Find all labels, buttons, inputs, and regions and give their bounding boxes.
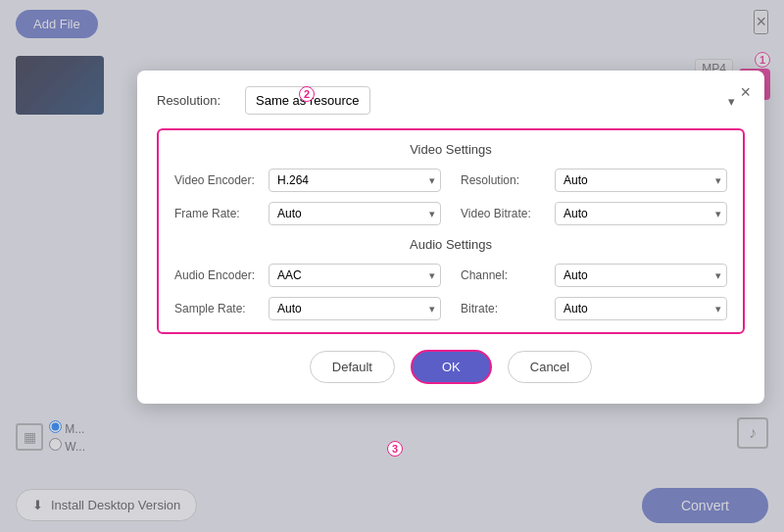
audio-encoder-select-wrapper: AAC MP3 AC3 xyxy=(269,264,441,287)
audio-bitrate-row: Bitrate: Auto 128k 192k 320k xyxy=(461,297,727,320)
resolution-select-wrapper: Same as resource 720p 1080p 480p xyxy=(245,86,745,115)
modal-action-buttons: Default OK Cancel xyxy=(157,350,745,384)
video-encoder-select-wrapper: H.264 H.265 MPEG-4 xyxy=(269,169,441,192)
audio-settings-grid: Audio Encoder: AAC MP3 AC3 Channel: xyxy=(174,264,727,320)
video-bitrate-select-wrapper: Auto 1000k 2000k xyxy=(555,202,727,225)
default-button[interactable]: Default xyxy=(310,351,395,383)
channel-select[interactable]: Auto Mono Stereo xyxy=(555,264,727,287)
channel-select-wrapper: Auto Mono Stereo xyxy=(555,264,727,287)
frame-rate-select-wrapper: Auto 24fps 30fps 60fps xyxy=(269,202,441,225)
channel-row: Channel: Auto Mono Stereo xyxy=(461,264,727,287)
settings-modal: × Resolution: Same as resource 720p 1080… xyxy=(137,71,764,404)
main-resolution-row: Resolution: Same as resource 720p 1080p … xyxy=(157,86,745,115)
video-encoder-row: Video Encoder: H.264 H.265 MPEG-4 xyxy=(174,169,441,192)
sample-rate-select-wrapper: Auto 44100Hz 48000Hz xyxy=(269,297,441,320)
video-encoder-select[interactable]: H.264 H.265 MPEG-4 xyxy=(269,169,441,192)
audio-encoder-label: Audio Encoder: xyxy=(174,268,263,282)
frame-rate-select[interactable]: Auto 24fps 30fps 60fps xyxy=(269,202,441,225)
video-settings-title: Video Settings xyxy=(174,142,727,157)
video-settings-grid: Video Encoder: H.264 H.265 MPEG-4 Resolu… xyxy=(174,169,727,225)
audio-encoder-select[interactable]: AAC MP3 AC3 xyxy=(269,264,441,287)
ok-button[interactable]: OK xyxy=(411,350,492,384)
app-background: Add File × MP4 1 ⚙ ♪ ▦ M... W... xyxy=(0,0,784,532)
channel-label: Channel: xyxy=(461,268,549,282)
audio-encoder-row: Audio Encoder: AAC MP3 AC3 xyxy=(174,264,441,287)
video-resolution-label: Resolution: xyxy=(461,173,549,187)
frame-rate-label: Frame Rate: xyxy=(174,207,263,220)
resolution-label: Resolution: xyxy=(157,93,235,108)
audio-bitrate-select[interactable]: Auto 128k 192k 320k xyxy=(555,297,727,320)
video-resolution-select-wrapper: Auto 720p 1080p xyxy=(555,169,727,192)
frame-rate-row: Frame Rate: Auto 24fps 30fps 60fps xyxy=(174,202,441,225)
video-resolution-select[interactable]: Auto 720p 1080p xyxy=(555,169,727,192)
audio-bitrate-select-wrapper: Auto 128k 192k 320k xyxy=(555,297,727,320)
sample-rate-label: Sample Rate: xyxy=(174,302,263,315)
audio-settings-title: Audio Settings xyxy=(174,237,727,252)
sample-rate-row: Sample Rate: Auto 44100Hz 48000Hz xyxy=(174,297,441,320)
settings-panel: Video Settings Video Encoder: H.264 H.26… xyxy=(157,128,745,334)
video-resolution-row: Resolution: Auto 720p 1080p xyxy=(461,169,727,192)
audio-bitrate-label: Bitrate: xyxy=(461,302,549,315)
sample-rate-select[interactable]: Auto 44100Hz 48000Hz xyxy=(269,297,441,320)
video-bitrate-label: Video Bitrate: xyxy=(461,207,549,220)
video-bitrate-row: Video Bitrate: Auto 1000k 2000k xyxy=(461,202,727,225)
badge-2: 2 xyxy=(299,86,315,102)
cancel-button[interactable]: Cancel xyxy=(508,351,592,383)
video-encoder-label: Video Encoder: xyxy=(174,173,263,187)
badge-3: 3 xyxy=(387,441,403,457)
video-bitrate-select[interactable]: Auto 1000k 2000k xyxy=(555,202,727,225)
